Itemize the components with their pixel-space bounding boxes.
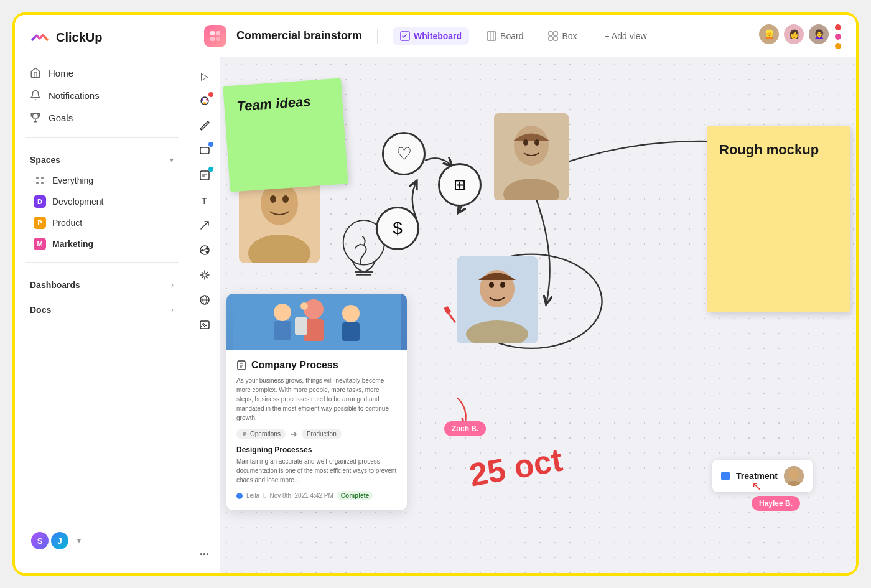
tool-dot-cyan	[208, 167, 213, 172]
svg-rect-12	[549, 32, 552, 35]
svg-point-49	[534, 139, 539, 146]
tool-note[interactable]	[193, 164, 216, 187]
list-icon	[241, 431, 248, 437]
dashboards-chevron: ›	[171, 281, 174, 289]
doc-footer: Leila T. Nov 8th, 2021 4:42 PM Complete	[236, 491, 397, 500]
tool-share[interactable]	[193, 239, 216, 261]
svg-rect-57	[274, 321, 291, 340]
tab-whiteboard[interactable]: Whiteboard	[393, 27, 469, 45]
date-annotation: 25 oct	[467, 441, 565, 493]
trophy-icon	[30, 112, 41, 123]
tool-connector[interactable]	[193, 214, 216, 236]
svg-rect-19	[200, 147, 209, 154]
logo-area[interactable]: ClickUp	[15, 27, 189, 62]
spaces-label: Spaces	[30, 155, 60, 165]
tool-image[interactable]	[193, 314, 216, 336]
whiteboard-canvas[interactable]: ▷	[189, 57, 856, 573]
footer-dot	[236, 493, 243, 499]
spaces-header[interactable]: Spaces ▾	[15, 145, 189, 170]
doc-card-title: Company Process	[236, 360, 397, 371]
svg-line-38	[446, 310, 455, 322]
development-label: Development	[52, 197, 104, 207]
bell-icon	[30, 90, 41, 101]
tool-rect[interactable]	[193, 139, 216, 162]
docs-header[interactable]: Docs ›	[15, 295, 189, 320]
nav-item-notifications[interactable]: Notifications	[22, 85, 181, 106]
svg-point-46	[514, 126, 549, 166]
doc-card-body: Company Process As your business grows, …	[226, 350, 407, 510]
complete-badge: Complete	[337, 491, 373, 500]
tab-board[interactable]: Board	[479, 27, 531, 45]
globe-icon	[199, 294, 210, 306]
header-avatar-3[interactable]: 👩‍🦱	[808, 23, 830, 45]
sidebar-item-product[interactable]: P Product	[19, 212, 185, 233]
zach-label: Zach B.	[452, 424, 478, 433]
marketing-icon: M	[34, 238, 46, 250]
sticky-rough-mockup-text: Rough mockup	[719, 141, 837, 160]
tab-board-label: Board	[500, 31, 523, 41]
rectangle-icon	[199, 145, 210, 156]
image-icon	[199, 319, 210, 330]
svg-rect-60	[295, 317, 307, 335]
user-profile[interactable]: S J ▾	[15, 521, 189, 561]
avatar-j: J	[50, 531, 70, 551]
svg-rect-9	[487, 32, 496, 40]
avatar-s: S	[30, 531, 50, 551]
svg-point-63	[300, 302, 308, 310]
treatment-color-dot	[721, 472, 730, 480]
sticky-note-team-ideas[interactable]: Team ideas	[223, 78, 348, 192]
tab-box[interactable]: Box	[541, 27, 584, 45]
sidebar-item-development[interactable]: D Development	[19, 191, 185, 212]
cursor-icon: ↖	[752, 478, 762, 493]
tool-sparkle[interactable]	[193, 264, 216, 286]
sidebar-item-marketing[interactable]: M Marketing	[19, 233, 185, 254]
tool-text[interactable]: T	[193, 189, 216, 212]
doc-pill-row: Operations Production	[236, 429, 397, 439]
home-icon	[30, 67, 41, 78]
nav-item-goals[interactable]: Goals	[22, 107, 181, 128]
svg-rect-15	[554, 37, 557, 40]
document-card[interactable]: Company Process As your business grows, …	[226, 294, 407, 510]
header-avatars: 👱 👩 👩‍🦱	[758, 23, 841, 49]
product-icon: P	[34, 217, 46, 229]
dashboards-header[interactable]: Dashboards ›	[15, 270, 189, 295]
add-view-label: + Add view	[605, 31, 647, 41]
sidebar-item-everything[interactable]: Everything	[19, 170, 185, 191]
doc-pill-operations: Operations	[236, 429, 286, 439]
svg-point-0	[36, 177, 39, 179]
svg-rect-14	[549, 37, 552, 40]
tool-more[interactable]: ···	[193, 543, 216, 566]
bubble-grid: ⊞	[438, 163, 482, 207]
svg-point-3	[41, 182, 44, 184]
header-avatar-2[interactable]: 👩	[783, 23, 805, 45]
tool-color[interactable]	[193, 90, 216, 112]
nav-section: Home Notifications Goals	[15, 62, 189, 129]
nav-item-home[interactable]: Home	[22, 62, 181, 83]
development-icon: D	[34, 195, 46, 208]
header: Commercial brainstorm Whiteboard Board	[189, 15, 856, 57]
add-view-button[interactable]: + Add view	[597, 27, 654, 45]
doc-card-description: As your business grows, things will inev…	[236, 376, 397, 422]
tool-pen[interactable]	[193, 114, 216, 137]
spaces-chevron: ▾	[170, 156, 174, 164]
tab-box-label: Box	[562, 31, 577, 41]
everything-icon	[34, 174, 46, 187]
svg-rect-13	[554, 32, 557, 35]
header-avatar-1[interactable]: 👱	[758, 23, 780, 45]
divider-2	[25, 262, 179, 263]
tool-globe[interactable]	[193, 289, 216, 311]
marketing-label: Marketing	[52, 239, 93, 249]
doc-section-title: Designing Processes	[236, 446, 397, 454]
board-tab-icon	[487, 31, 496, 41]
left-toolbar: ▷	[189, 57, 220, 573]
person-photo-3	[457, 256, 538, 343]
header-divider	[377, 29, 378, 44]
svg-point-53	[489, 282, 494, 288]
nav-notifications-label: Notifications	[49, 90, 100, 101]
tool-select[interactable]: ▷	[193, 65, 216, 87]
sticky-note-rough-mockup[interactable]: Rough mockup	[707, 126, 850, 312]
name-tag-zach: Zach B.	[444, 421, 486, 436]
avatar-status-dots	[835, 23, 841, 49]
docs-chevron: ›	[171, 306, 174, 314]
svg-rect-62	[342, 322, 360, 341]
